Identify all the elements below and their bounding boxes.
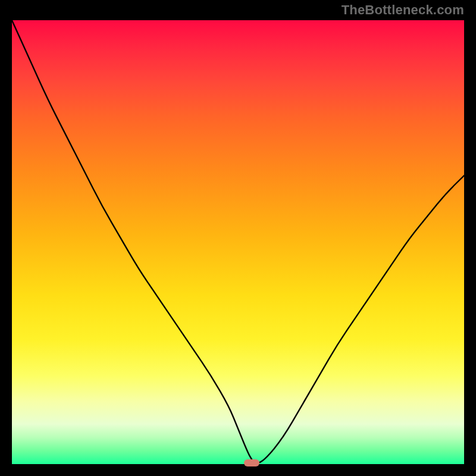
curve-svg [12,20,464,464]
chart-frame: TheBottleneck.com [0,0,476,476]
watermark-label: TheBottleneck.com [342,2,464,18]
minimum-marker [244,459,259,466]
plot-area [12,20,464,464]
bottleneck-curve [12,20,464,463]
